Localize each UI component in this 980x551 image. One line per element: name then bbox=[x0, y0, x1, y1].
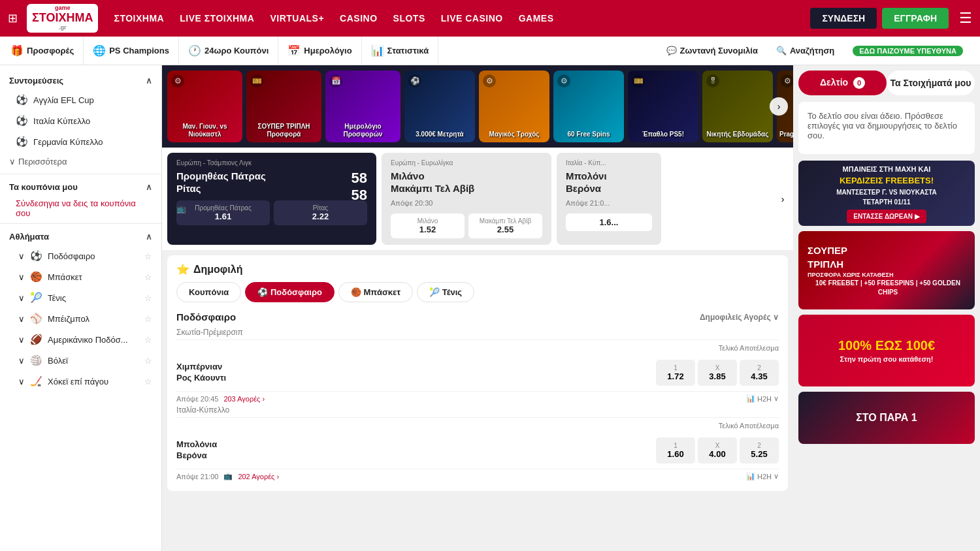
nav-casino[interactable]: CASINO bbox=[340, 13, 377, 24]
live-match-card-1[interactable]: Ευρώπη - Ευρωλίγκα Μιλάνο Μακάμπι Τελ Αβ… bbox=[382, 153, 551, 245]
promo-card-3[interactable]: ⚽ 3.000€ Μετρητά bbox=[404, 71, 475, 142]
chevron-right-icon-1: › bbox=[276, 473, 279, 480]
live-odd-1-0[interactable]: Μιλάνο 1.52 bbox=[391, 213, 465, 238]
responsible-gaming-badge[interactable]: ΕΔΩ ΠΑΙΖΟΥΜΕ ΥΠΕΥΘΥΝΑ bbox=[843, 37, 972, 65]
live-match-0-score: 5858 bbox=[351, 170, 367, 204]
pop-odd-0-2-label: 2 bbox=[757, 364, 761, 371]
sidebar-shortcuts-label: Συντομεύσεις bbox=[9, 76, 63, 86]
hamburger-menu-icon[interactable]: ☰ bbox=[959, 10, 972, 27]
sec-nav-statistics[interactable]: 📊 Στατιστικά bbox=[362, 37, 439, 65]
right-banner-0-cta[interactable]: ΕΝΤΑΣΣΕ ΔΩΡΕΑΝ ▶ bbox=[847, 210, 926, 223]
pop-match-0-h2h[interactable]: 📊 H2H ∨ bbox=[746, 394, 779, 403]
sidebar-coupon-signin-link[interactable]: Σύνδεση bbox=[16, 198, 48, 208]
favorite-icon-baseball[interactable]: ☆ bbox=[144, 314, 152, 324]
live-odd-0-0[interactable]: Προμηθέας Πάτρας 1.61 bbox=[176, 200, 270, 225]
promo-card-5-label: 60 Free Spins bbox=[564, 128, 612, 142]
clock-icon: 🕐 bbox=[188, 44, 201, 57]
pop-match-0-markets[interactable]: 203 Αγορές › bbox=[223, 395, 265, 403]
sec-nav-prosfores[interactable]: 🎁 Προσφορές bbox=[8, 37, 84, 65]
pop-tab-football[interactable]: ⚽ Ποδόσφαιρο bbox=[245, 282, 335, 302]
right-banner-2[interactable]: 100% ΕΩΣ 100€ Στην πρώτη σου κατάθεση! bbox=[798, 315, 975, 386]
pop-tab-tennis[interactable]: 🎾 Τένις bbox=[417, 282, 474, 302]
shortcuts-collapse-icon[interactable]: ∧ bbox=[146, 76, 152, 86]
nav-live-stoixima[interactable]: LIVE ΣΤΟΙΧΗΜΑ bbox=[180, 13, 254, 24]
nav-stoixima[interactable]: ΣΤΟΙΧΗΜΑ bbox=[114, 13, 164, 24]
pop-odd-1-0[interactable]: 1 1.60 bbox=[656, 437, 695, 464]
sidebar-item-football[interactable]: ∨ ⚽ Ποδόσφαιρο ☆ bbox=[0, 245, 161, 266]
my-bets-tab[interactable]: Τα Στοιχήματά μου bbox=[887, 71, 975, 95]
sidebar-item-basketball[interactable]: ∨ 🏀 Μπάσκετ ☆ bbox=[0, 266, 161, 287]
right-banner-3-content: ΣΤΟ ΠΑΡΑ 1 bbox=[798, 392, 975, 444]
pop-tab-coupons[interactable]: Κουπόνια bbox=[176, 282, 241, 302]
pop-odd-0-2[interactable]: 2 4.35 bbox=[740, 360, 779, 386]
favorite-icon-tennis[interactable]: ☆ bbox=[144, 293, 152, 303]
favorite-icon-amfootball[interactable]: ☆ bbox=[144, 335, 152, 345]
sec-nav-ps-champions[interactable]: 🌐 PS Champions bbox=[84, 37, 179, 65]
live-match-card-0[interactable]: Ευρώπη - Τσάμπιονς Λιγκ Προμηθέας Πάτρας… bbox=[167, 153, 376, 245]
right-banner-0-line2: ΚΕΡΔΙΖΕΙΣ FREEBETS! bbox=[840, 174, 934, 187]
promo-card-5[interactable]: ⚙ 60 Free Spins bbox=[553, 71, 624, 142]
pop-odd-1-1[interactable]: Χ 4.00 bbox=[698, 437, 737, 464]
pop-odd-0-0[interactable]: 1 1.72 bbox=[656, 360, 695, 386]
nav-slots[interactable]: SLOTS bbox=[393, 13, 425, 24]
promo-card-4[interactable]: ⚙ Μαγικός Τροχός bbox=[479, 71, 549, 142]
coupons-collapse-icon[interactable]: ∧ bbox=[146, 182, 152, 192]
sidebar-item-tennis[interactable]: ∨ 🎾 Τένις ☆ bbox=[0, 287, 161, 308]
promo-card-8-icon: ⚙ bbox=[781, 74, 793, 87]
nav-live-casino[interactable]: LIVE CASINO bbox=[441, 13, 503, 24]
pop-match-1-markets[interactable]: 202 Αγορές › bbox=[238, 473, 279, 480]
betslip-tab[interactable]: Δελτίο 0 bbox=[798, 71, 887, 95]
sidebar-item-baseball-label: Μπέιζμπολ bbox=[48, 314, 90, 324]
sports-collapse-icon[interactable]: ∧ bbox=[146, 232, 152, 242]
grid-icon[interactable]: ⊞ bbox=[8, 11, 18, 25]
sidebar-item-italy-cup[interactable]: ⚽ Ιταλία Κύπελλο bbox=[0, 110, 161, 131]
pop-match-1-h2h[interactable]: 📊 H2H ∨ bbox=[746, 472, 779, 480]
popular-market-dropdown[interactable]: Δημοφιλείς Αγορές ∨ bbox=[700, 313, 779, 322]
sidebar-more-shortcuts[interactable]: ∨ Περισσότερα bbox=[0, 152, 161, 171]
promo-next-button[interactable]: › bbox=[770, 97, 788, 116]
live-match-card-2[interactable]: Ιταλία - Κύπ... Μπολόνι Βερόνα Απόψε 21:… bbox=[557, 153, 661, 245]
sec-nav-calendar[interactable]: 📅 Ημερολόγιο bbox=[278, 37, 361, 65]
chevron-down-icon-h2h-1: ∨ bbox=[774, 472, 779, 480]
favorite-icon-basketball[interactable]: ☆ bbox=[144, 272, 152, 282]
right-banner-0[interactable]: ΜΠΑΙΝΕΙΣ ΣΤΗ ΜΑΧΗ ΚΑΙ ΚΕΡΔΙΖΕΙΣ FREEBETS… bbox=[798, 161, 975, 226]
popular-sport-header: Ποδόσφαιρο Δημοφιλείς Αγορές ∨ bbox=[176, 311, 779, 323]
promo-card-5-icon: ⚙ bbox=[557, 74, 570, 87]
live-odd-2-0[interactable]: 1.6... bbox=[566, 213, 652, 231]
live-odd-1-1[interactable]: Μακάμπι Τελ Αβίβ 2.55 bbox=[468, 213, 542, 238]
live-odd-0-1[interactable]: Ρίτας 2.22 bbox=[274, 200, 367, 225]
promo-banners-row: ⚙ Μαν. Γιουν. vs Νιούκαστλ 🎫 ΣΟΥΠΕΡ ΤΡΙΠ… bbox=[162, 65, 793, 148]
promo-card-2[interactable]: 📅 Ημερολόγιο Προσφορών bbox=[325, 71, 400, 142]
favorite-icon-volleyball[interactable]: ☆ bbox=[144, 356, 152, 366]
favorite-icon-icehockey[interactable]: ☆ bbox=[144, 377, 152, 386]
sidebar-item-england-efl[interactable]: ⚽ Αγγλία EFL Cup bbox=[0, 89, 161, 110]
site-logo[interactable]: game ΣΤΟΙΧΗΜΑ .gr bbox=[27, 4, 98, 33]
nav-games[interactable]: GAMES bbox=[519, 13, 554, 24]
promo-card-7[interactable]: 🎖 Νικητής Εβδομάδας bbox=[702, 71, 773, 142]
sidebar-sports-header: Αθλήματα ∧ bbox=[0, 227, 161, 245]
sidebar-item-baseball[interactable]: ∨ ⚾ Μπέιζμπολ ☆ bbox=[0, 308, 161, 329]
login-button[interactable]: ΣΥΝΔΕΣΗ bbox=[810, 8, 877, 29]
sidebar-item-germany-cup[interactable]: ⚽ Γερμανία Κύπελλο bbox=[0, 131, 161, 152]
sec-nav-search[interactable]: 🔍 Αναζήτηση bbox=[767, 37, 843, 65]
pop-odd-0-1[interactable]: Χ 3.85 bbox=[698, 360, 737, 386]
sec-nav-chat[interactable]: 💬 Ζωντανή Συνομιλία bbox=[657, 37, 767, 65]
pop-odd-1-0-label: 1 bbox=[674, 442, 678, 449]
right-banner-1[interactable]: ΣΟΥΠΕΡ ΤΡΙΠΛΗ ΠΡΟΣΦΟΡΑ ΧΩΡΙΣ ΚΑΤΑΘΕΣΗ 10… bbox=[798, 231, 975, 309]
nav-virtuals[interactable]: VIRTUALS+ bbox=[270, 13, 324, 24]
sidebar-item-icehockey[interactable]: ∨ 🏒 Χόκεϊ επί πάγου ☆ bbox=[0, 371, 161, 392]
pop-tab-basketball[interactable]: 🏀 Μπάσκετ bbox=[338, 282, 413, 302]
promo-card-0[interactable]: ⚙ Μαν. Γιουν. vs Νιούκαστλ bbox=[167, 71, 242, 142]
live-match-1-league: Ευρώπη - Ευρωλίγκα bbox=[391, 159, 542, 166]
pop-odd-1-2[interactable]: 2 5.25 bbox=[740, 437, 779, 464]
sidebar-item-american-football[interactable]: ∨ 🏈 Αμερικάνικο Ποδόσ... ☆ bbox=[0, 329, 161, 350]
sidebar-item-volleyball[interactable]: ∨ 🏐 Βόλεϊ ☆ bbox=[0, 350, 161, 371]
live-strip-next-button[interactable]: › bbox=[774, 190, 792, 208]
right-banner-3[interactable]: ΣΤΟ ΠΑΡΑ 1 bbox=[798, 392, 975, 444]
pop-match-1-team1: Μπολόνια bbox=[176, 439, 652, 449]
register-button[interactable]: ΕΓΓΡΑΦΗ bbox=[882, 8, 949, 29]
promo-card-6[interactable]: 🎫 Έπαθλο PS5! bbox=[628, 71, 698, 142]
promo-card-1[interactable]: 🎫 ΣΟΥΠΕΡ ΤΡΙΠΛΗ Προσφορά bbox=[246, 71, 321, 142]
sec-nav-24h-coupon[interactable]: 🕐 24ωρο Κουπόνι bbox=[179, 37, 278, 65]
favorite-icon-football[interactable]: ☆ bbox=[144, 251, 152, 261]
